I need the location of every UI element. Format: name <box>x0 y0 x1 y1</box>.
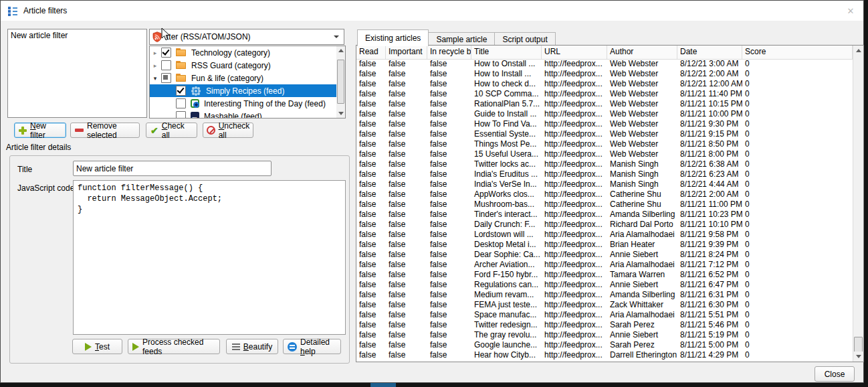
remove-selected-button[interactable]: Remove selected <box>70 123 140 138</box>
tab-script-output[interactable]: Script output <box>494 32 555 46</box>
table-cell: 8/11/21 11:40 PM <box>677 89 742 99</box>
table-cell: Hear how Cityb... <box>471 350 542 360</box>
checkbox[interactable] <box>176 111 186 119</box>
table-cell: Catherine Shu <box>607 189 677 200</box>
table-cell: 0 <box>742 230 853 240</box>
detailed-help-button[interactable]: Detailed help <box>283 339 341 354</box>
table-row[interactable]: falsefalsefalseHow to Install ...http://… <box>356 69 853 79</box>
table-row[interactable]: falsefalsefalseRationalPlan 5.7...http:/… <box>356 99 853 109</box>
table-row[interactable]: falsefalsefalse15 Useful Usera...http://… <box>356 149 853 159</box>
column-header[interactable]: Read <box>356 46 386 59</box>
table-row[interactable]: falsefalsefalseDear Sophie: Ca...http://… <box>356 250 853 260</box>
checkbox[interactable] <box>176 98 186 108</box>
tab-bar: Existing articlesSample articleScript ou… <box>357 30 555 46</box>
table-cell: 8/12/21 3:00 AM <box>677 59 742 69</box>
column-header[interactable]: Score <box>742 46 853 59</box>
table-cell: Darrell Etherington <box>607 350 677 360</box>
table-row[interactable]: falsefalsefalseDesktop Metal i...http://… <box>356 240 853 250</box>
tab-existing-articles[interactable]: Existing articles <box>357 29 429 46</box>
tree-row[interactable]: Mashable (feed) <box>150 110 336 119</box>
table-cell: 0 <box>742 79 853 89</box>
column-header[interactable]: URL <box>542 46 607 59</box>
table-cell: 15 Useful Usera... <box>471 149 542 159</box>
tab-sample-article[interactable]: Sample article <box>428 32 495 46</box>
table-cell: Things Most Pe... <box>471 139 542 149</box>
scroll-down-icon[interactable] <box>336 109 345 118</box>
check-all-button[interactable]: ✔ Check all <box>146 123 197 138</box>
new-filter-button[interactable]: New filter <box>14 123 66 138</box>
table-cell: http://feedprox... <box>542 59 607 69</box>
table-row[interactable]: falsefalsefalseHear how Cityb...http://f… <box>356 350 853 360</box>
table-cell: http://feedprox... <box>542 69 607 79</box>
table-row[interactable]: falsefalsefalseFord F-150 hybr...http://… <box>356 270 853 280</box>
table-row[interactable]: falsefalsefalseHow to Onstall ...http://… <box>356 59 853 69</box>
table-row[interactable]: falsefalsefalseIndia's Eruditus ...http:… <box>356 169 853 179</box>
tree-row[interactable]: ▸Technology (category) <box>150 46 336 59</box>
table-row[interactable]: falsefalsefalseGuide to Install ...http:… <box>356 109 853 119</box>
tree-row[interactable]: ▸RSS Guard (category) <box>150 59 336 72</box>
table-row[interactable]: falsefalsefalseThings Most Pe...http://f… <box>356 139 853 149</box>
expander-icon[interactable]: ▸ <box>151 50 159 56</box>
table-row[interactable]: falsefalsefalseIndia's VerSe In...http:/… <box>356 179 853 189</box>
filter-list-item[interactable]: New article filter <box>8 29 146 42</box>
table-cell: 0 <box>742 149 853 159</box>
column-header[interactable]: Author <box>607 46 677 59</box>
table-row[interactable]: falsefalsefalseArcher Aviation...http://… <box>356 260 853 270</box>
expander-icon[interactable]: ▾ <box>151 75 159 82</box>
checkbox[interactable] <box>176 86 186 96</box>
scroll-up-icon[interactable] <box>336 46 345 55</box>
tree-row[interactable]: Interesting Thing of the Day (feed) <box>150 97 336 110</box>
uncheck-all-button[interactable]: Uncheck all <box>203 123 253 138</box>
table-scrollbar[interactable] <box>853 46 863 362</box>
table-cell: http://feedprox... <box>542 250 607 260</box>
checkbox[interactable] <box>161 60 171 70</box>
table-row[interactable]: falsefalsefalseHow to check d...http://f… <box>356 79 853 89</box>
process-checked-feeds-button[interactable]: Process checked feeds <box>128 339 220 354</box>
table-cell: Catherine Shu <box>607 200 677 210</box>
new-filter-label: New filter <box>30 121 62 140</box>
close-button[interactable]: Close <box>815 366 855 382</box>
table-row[interactable]: falsefalsefalseFEMA just teste...http://… <box>356 300 853 310</box>
tree-row[interactable]: Simply Recipes (feed) <box>150 84 336 97</box>
table-row[interactable]: falsefalsefalse10 SCP Comma...http://fee… <box>356 89 853 99</box>
table-row[interactable]: falsefalsefalseSpace manufac...http://fe… <box>356 310 853 320</box>
checkbox[interactable] <box>161 73 171 83</box>
beautify-button[interactable]: Beautify <box>226 339 278 354</box>
close-icon[interactable]: ✕ <box>845 5 857 17</box>
scroll-up-icon[interactable] <box>853 46 863 56</box>
tree-row[interactable]: ▾Fun & life (category) <box>150 72 336 84</box>
title-input[interactable]: New article filter <box>73 161 272 176</box>
uncheck-all-label: Uncheck all <box>219 121 250 140</box>
test-button[interactable]: Test <box>72 339 122 354</box>
table-cell: http://feedprox... <box>542 169 607 179</box>
table-cell: 8/11/21 7:12 PM <box>677 260 742 270</box>
table-row[interactable]: falsefalsefalseMushroom-bas...http://fee… <box>356 200 853 210</box>
column-header[interactable]: Important <box>386 46 427 59</box>
table-row[interactable]: falsefalsefalseTwitter locks ac...http:/… <box>356 159 853 169</box>
checkbox[interactable] <box>161 48 171 58</box>
table-row[interactable]: falsefalsefalseDaily Crunch: F...http://… <box>356 220 853 230</box>
expander-icon[interactable]: ▸ <box>151 62 159 69</box>
tree-scrollbar[interactable] <box>336 46 345 118</box>
table-row[interactable]: falsefalsefalseAppWorks clos...http://fe… <box>356 189 853 200</box>
table-row[interactable]: falsefalsefalseLordstown will ...http://… <box>356 230 853 240</box>
table-row[interactable]: falsefalsefalseTinder's interact...http:… <box>356 210 853 220</box>
table-row[interactable]: falsefalsefalseGoogle launche...http://f… <box>356 340 853 350</box>
account-combobox[interactable]: tter (RSS/ATOM/JSON) <box>149 29 344 45</box>
column-header[interactable]: Title <box>471 46 542 59</box>
tree-scrollbar-thumb[interactable] <box>337 60 344 104</box>
scroll-down-icon[interactable] <box>853 352 863 362</box>
table-scrollbar-thumb[interactable] <box>854 337 863 352</box>
article-filters-list[interactable]: New article filter <box>7 29 147 118</box>
table-row[interactable]: falsefalsefalseHow To Find Va...http://f… <box>356 119 853 129</box>
table-cell: false <box>356 330 386 340</box>
table-row[interactable]: falsefalsefalseEssential Syste...http://… <box>356 129 853 139</box>
column-header[interactable]: Date <box>677 46 742 59</box>
table-row[interactable]: falsefalsefalseRegulations can...http://… <box>356 280 853 290</box>
table-cell: How To Find Va... <box>471 119 542 129</box>
table-row[interactable]: falsefalsefalseTwitter redesign...http:/… <box>356 320 853 330</box>
table-row[interactable]: falsefalsefalseThe gray revolu...http://… <box>356 330 853 340</box>
column-header[interactable]: In recycle bin <box>427 46 471 59</box>
javascript-code-editor[interactable]: function filterMessage() { return Messag… <box>73 180 346 335</box>
table-row[interactable]: falsefalsefalseMedium revam...http://fee… <box>356 290 853 300</box>
